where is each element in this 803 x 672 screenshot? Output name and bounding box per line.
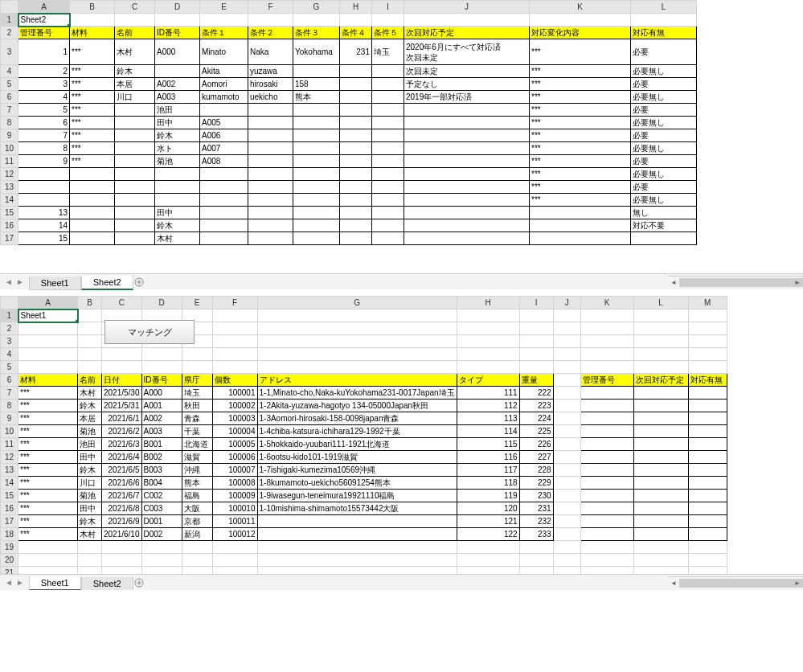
cell[interactable]	[18, 567, 78, 575]
matching-button[interactable]: マッチング	[104, 320, 195, 344]
cell[interactable]: 6	[18, 117, 70, 129]
cell[interactable]: 熊本	[293, 91, 340, 104]
cell[interactable]: A000	[141, 387, 182, 400]
cell[interactable]: 119	[457, 490, 519, 502]
cell[interactable]	[457, 361, 519, 374]
row-header-7[interactable]: 7	[1, 387, 18, 400]
cell[interactable]	[633, 361, 688, 374]
cell[interactable]: ***	[530, 91, 631, 104]
cell[interactable]: 228	[519, 464, 553, 477]
cell[interactable]	[372, 207, 404, 219]
cell[interactable]: 15	[18, 232, 70, 245]
cell[interactable]	[78, 335, 102, 348]
cell[interactable]	[580, 387, 633, 400]
cell[interactable]: 1-2Akita-yuzawa-hagotyo 134-05000Japan秋田	[257, 400, 457, 412]
cell[interactable]: 229	[519, 477, 553, 490]
cell[interactable]: B001	[141, 438, 182, 451]
tab-scroll-buttons[interactable]: ◄ ►	[0, 578, 29, 587]
cell[interactable]: 必要無し	[631, 168, 697, 181]
row-header-11[interactable]: 11	[1, 438, 18, 451]
cell[interactable]: 1-9iwasegun-teneimura19921110福島	[257, 490, 457, 502]
cell[interactable]: 2021/5/31	[102, 400, 142, 412]
cell[interactable]: 熊本	[182, 477, 212, 490]
cell[interactable]	[70, 232, 115, 245]
cell[interactable]: 232	[519, 515, 553, 528]
cell[interactable]	[688, 322, 727, 335]
cell[interactable]: 木村	[78, 528, 102, 541]
cell[interactable]	[248, 168, 293, 181]
cell[interactable]	[688, 309, 727, 322]
cell[interactable]	[580, 322, 633, 335]
cell[interactable]	[248, 129, 293, 142]
cell[interactable]	[70, 168, 115, 181]
cell[interactable]	[257, 361, 457, 374]
cell[interactable]	[141, 554, 182, 567]
cell[interactable]: 2020年6月にすべて対応済次回未定	[404, 39, 530, 65]
cell[interactable]	[115, 117, 155, 129]
row-header-21[interactable]: 21	[1, 567, 18, 575]
scroll-right-icon[interactable]: ►	[792, 277, 803, 289]
cell[interactable]: 100002	[212, 400, 257, 412]
cell[interactable]	[457, 322, 519, 335]
cell[interactable]	[18, 361, 78, 374]
cell[interactable]	[404, 14, 530, 27]
cell[interactable]	[688, 567, 727, 575]
col-header-B[interactable]: B	[78, 297, 102, 309]
cell[interactable]: 2021/6/4	[102, 451, 142, 464]
cell[interactable]	[553, 490, 580, 502]
cell[interactable]: 7	[18, 129, 70, 142]
cell[interactable]	[293, 14, 340, 27]
cell[interactable]: 113	[457, 412, 519, 425]
cell[interactable]	[248, 194, 293, 207]
cell[interactable]: 必要無し	[631, 91, 697, 104]
row-header-3[interactable]: 3	[1, 39, 18, 65]
cell[interactable]: 233	[519, 528, 553, 541]
cell[interactable]	[78, 541, 102, 554]
row-header-10[interactable]: 10	[1, 425, 18, 438]
cell[interactable]: 100012	[212, 528, 257, 541]
cell[interactable]: yuzawa	[248, 65, 293, 78]
tab-scroll-first-icon[interactable]: ◄	[5, 578, 13, 587]
cell[interactable]: 秋田	[182, 400, 212, 412]
row-header-1[interactable]: 1	[1, 309, 18, 322]
cell[interactable]	[293, 181, 340, 194]
cell[interactable]: 無し	[631, 207, 697, 219]
cell[interactable]	[257, 322, 457, 335]
col-header-A[interactable]: A	[18, 297, 78, 309]
header-cell[interactable]	[553, 374, 580, 387]
cell[interactable]	[212, 348, 257, 361]
cell[interactable]: 1	[18, 39, 70, 65]
cell[interactable]: ***	[530, 39, 631, 65]
cell[interactable]	[200, 14, 248, 27]
cell[interactable]: 鈴木	[78, 400, 102, 412]
cell[interactable]	[519, 554, 553, 567]
sheet-tab-sheet1[interactable]: Sheet1	[29, 576, 81, 591]
cell[interactable]: A005	[200, 117, 248, 129]
cell[interactable]: ***	[18, 464, 78, 477]
cell[interactable]	[200, 219, 248, 232]
cell[interactable]	[115, 129, 155, 142]
cell[interactable]: ***	[18, 387, 78, 400]
cell[interactable]	[78, 554, 102, 567]
cell[interactable]	[155, 168, 200, 181]
cell[interactable]	[530, 232, 631, 245]
cell[interactable]	[580, 541, 633, 554]
cell[interactable]	[257, 528, 457, 541]
cell[interactable]: 4	[18, 91, 70, 104]
row-header-8[interactable]: 8	[1, 117, 18, 129]
cell[interactable]: 2021/6/10	[102, 528, 142, 541]
cell[interactable]: 福島	[182, 490, 212, 502]
cell[interactable]	[293, 155, 340, 168]
cell[interactable]	[580, 490, 633, 502]
cell[interactable]: 田中	[155, 207, 200, 219]
col-header-E[interactable]: E	[200, 1, 248, 14]
cell[interactable]: 2021/6/9	[102, 515, 142, 528]
cell[interactable]	[404, 194, 530, 207]
cell[interactable]	[372, 91, 404, 104]
cell[interactable]: 京都	[182, 515, 212, 528]
cell[interactable]: ***	[70, 104, 115, 117]
cell[interactable]	[688, 541, 727, 554]
col-header-L[interactable]: L	[631, 1, 697, 14]
cell[interactable]	[340, 168, 372, 181]
cell[interactable]: C003	[141, 502, 182, 515]
